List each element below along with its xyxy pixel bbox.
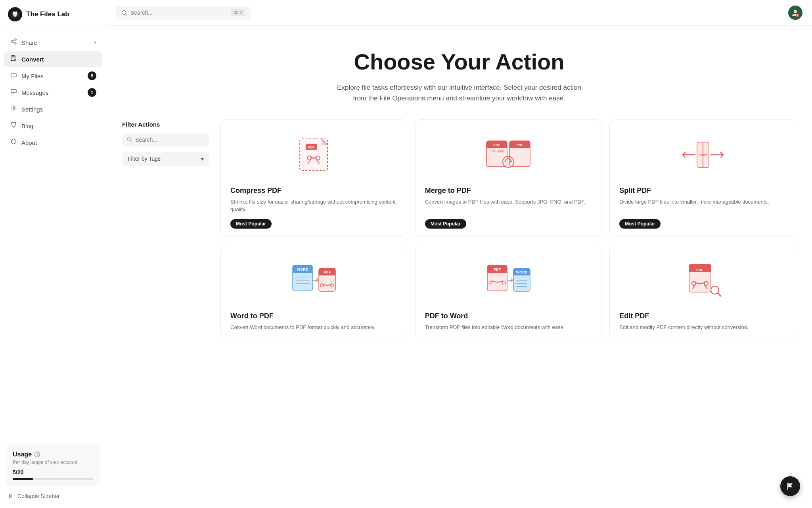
myfiles-badge: 5 xyxy=(88,71,96,80)
topbar: ⌘ K 🔔 xyxy=(106,0,812,26)
convert-icon xyxy=(10,55,17,64)
main-content: ⌘ K 🔔 Choose Your Action Explore file ta… xyxy=(106,0,812,508)
sidebar-item-myfiles-label: My Files xyxy=(21,73,44,79)
sidebar-header: The Files Lab xyxy=(0,0,106,29)
sidebar-nav: Share ▾ Convert My Files 5 xyxy=(0,29,106,438)
chevron-down-icon: ▾ xyxy=(94,40,96,45)
collapse-label: Collapse Sidebar xyxy=(17,493,60,499)
sidebar: The Files Lab Share ▾ xyxy=(0,0,106,508)
svg-text:JPG, PDF: JPG, PDF xyxy=(491,150,504,153)
sidebar-item-convert[interactable]: Convert xyxy=(4,51,102,67)
app-title: The Files Lab xyxy=(26,10,69,18)
sidebar-item-settings-label: Settings xyxy=(21,106,43,113)
card-compress-pdf-icon: PDF xyxy=(230,131,397,179)
hero-subtitle: Explore file tasks effortlessly with our… xyxy=(332,82,586,104)
card-pdf-to-word[interactable]: PDF WORD xyxy=(415,245,602,340)
sidebar-item-convert-label: Convert xyxy=(21,56,44,63)
sidebar-item-settings[interactable]: Settings xyxy=(4,101,102,117)
actions-area: Filter Actions Filter by Tags ▾ xyxy=(106,119,812,356)
svg-point-14 xyxy=(122,10,126,14)
collapse-sidebar-button[interactable]: Collapse Sidebar xyxy=(6,491,100,502)
filter-tags-label: Filter by Tags xyxy=(128,156,161,162)
usage-bar-fill xyxy=(13,478,33,480)
filter-tags-dropdown[interactable]: Filter by Tags ▾ xyxy=(122,152,209,166)
svg-line-15 xyxy=(126,14,127,15)
collapse-icon xyxy=(8,493,14,499)
svg-line-7 xyxy=(12,42,14,43)
svg-line-73 xyxy=(718,293,721,296)
user-avatar[interactable]: 🔔 xyxy=(788,6,802,20)
card-merge-pdf-title: Merge to PDF xyxy=(425,187,592,195)
usage-bar-bg xyxy=(13,478,93,480)
sidebar-item-blog[interactable]: Blog xyxy=(4,118,102,134)
svg-point-4 xyxy=(15,43,16,44)
messages-badge: 1 xyxy=(88,88,96,97)
card-split-pdf[interactable]: SPLIT PDF Split PDF Divide large PDF fil… xyxy=(609,119,796,237)
usage-info-icon xyxy=(34,451,40,458)
card-word-to-pdf-desc: Convert Word documents to PDF format qui… xyxy=(230,323,397,331)
card-merge-pdf-badge: Most Popular xyxy=(425,219,466,229)
blog-icon xyxy=(10,121,17,130)
card-merge-pdf[interactable]: PNG JPG, PDF PDF M xyxy=(415,119,602,237)
content-area: Choose Your Action Explore file tasks ef… xyxy=(106,26,812,508)
svg-text:PNG: PNG xyxy=(493,143,500,147)
svg-text:PDF: PDF xyxy=(704,154,708,156)
svg-text:PDF: PDF xyxy=(696,268,704,272)
svg-point-16 xyxy=(794,10,797,13)
app-logo xyxy=(8,7,22,21)
svg-point-10 xyxy=(13,107,14,109)
sidebar-item-about-label: About xyxy=(21,139,37,146)
svg-text:🔔: 🔔 xyxy=(796,13,799,17)
filter-title: Filter Actions xyxy=(122,121,209,128)
card-word-to-pdf[interactable]: WORD PDF xyxy=(220,245,407,340)
svg-line-6 xyxy=(12,40,14,41)
svg-text:WORD: WORD xyxy=(516,270,528,274)
card-edit-pdf-icon: PDF xyxy=(619,256,786,304)
fab-button[interactable] xyxy=(780,476,800,496)
settings-icon xyxy=(10,105,17,114)
sidebar-item-about[interactable]: About xyxy=(4,135,102,150)
svg-text:WORD: WORD xyxy=(297,267,308,271)
card-edit-pdf[interactable]: PDF Edit PDF Edit and xyxy=(609,245,796,340)
svg-text:PDF: PDF xyxy=(517,143,523,147)
filter-search-icon xyxy=(127,137,132,142)
sidebar-item-myfiles[interactable]: My Files 5 xyxy=(4,68,102,84)
filter-panel: Filter Actions Filter by Tags ▾ xyxy=(122,119,209,340)
search-icon xyxy=(121,10,127,16)
sidebar-footer: Usage Per day usage of your account 5/20… xyxy=(0,438,106,508)
sidebar-item-messages[interactable]: Messages 1 xyxy=(4,85,102,100)
svg-text:PDF: PDF xyxy=(308,146,314,149)
usage-subtitle: Per day usage of your account xyxy=(13,460,93,465)
card-merge-pdf-desc: Convert images to PDF files with ease. S… xyxy=(425,198,592,214)
search-input[interactable] xyxy=(130,10,228,16)
card-compress-pdf-title: Compress PDF xyxy=(230,187,397,195)
svg-line-20 xyxy=(130,140,132,142)
svg-point-2 xyxy=(15,12,17,13)
sidebar-item-messages-label: Messages xyxy=(21,89,48,96)
message-icon xyxy=(10,88,17,97)
card-compress-pdf[interactable]: PDF Compress PDF Shri xyxy=(220,119,407,237)
usage-title: Usage xyxy=(13,451,93,458)
usage-count: 5/20 xyxy=(13,469,93,475)
card-edit-pdf-desc: Edit and modify PDF content directly wit… xyxy=(619,323,786,331)
card-pdf-to-word-icon: PDF WORD xyxy=(425,256,592,304)
filter-search-input[interactable] xyxy=(135,137,205,143)
card-compress-pdf-badge: Most Popular xyxy=(230,219,272,229)
svg-point-12 xyxy=(37,453,38,454)
svg-point-3 xyxy=(15,39,16,40)
svg-point-1 xyxy=(13,12,15,13)
folder-icon xyxy=(10,71,17,80)
filter-search-box[interactable] xyxy=(122,133,209,146)
card-split-pdf-title: Split PDF xyxy=(619,187,786,195)
cards-grid: PDF Compress PDF Shri xyxy=(220,119,796,340)
card-split-pdf-badge: Most Popular xyxy=(619,219,661,229)
sidebar-item-share[interactable]: Share ▾ xyxy=(4,35,102,50)
flag-icon xyxy=(786,482,795,491)
user-avatar-icon: 🔔 xyxy=(791,8,800,17)
search-shortcut: ⌘ K xyxy=(231,9,245,16)
svg-point-5 xyxy=(11,41,13,42)
search-box[interactable]: ⌘ K xyxy=(116,6,251,19)
about-icon xyxy=(10,138,17,147)
card-split-pdf-icon: SPLIT PDF xyxy=(619,131,786,179)
filter-tags-chevron: ▾ xyxy=(201,156,204,162)
